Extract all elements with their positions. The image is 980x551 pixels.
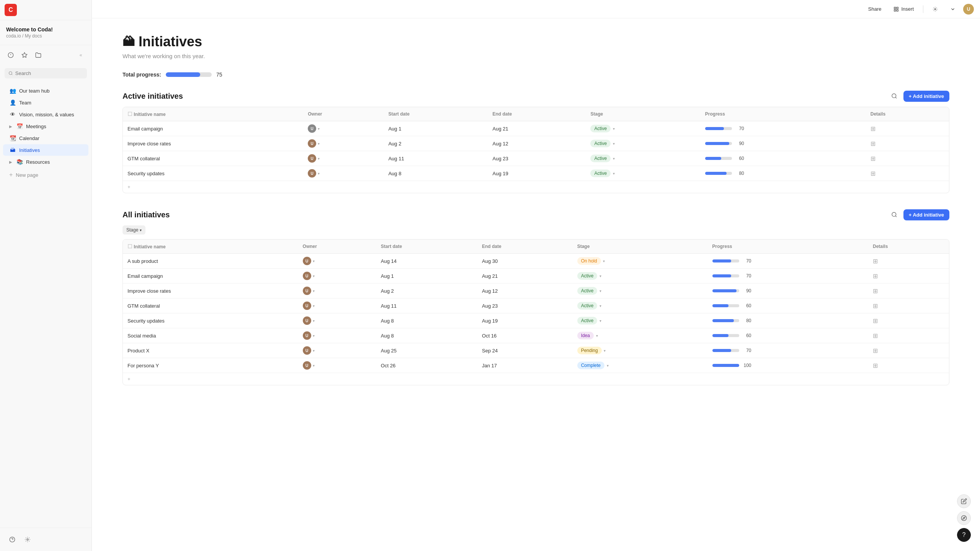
- sidebar-item-vision[interactable]: 👁 Vision, mission, & values: [3, 109, 88, 120]
- stage-cell[interactable]: Active ▾: [573, 313, 708, 328]
- stage-dropdown-arrow[interactable]: ▾: [613, 156, 615, 161]
- details-cell[interactable]: ⊞: [868, 284, 949, 298]
- owner-cell[interactable]: U ▾: [298, 328, 376, 343]
- fab-help[interactable]: ?: [957, 528, 971, 542]
- owner-dropdown-arrow[interactable]: ▾: [318, 142, 320, 146]
- user-avatar[interactable]: U: [963, 4, 974, 15]
- owner-dropdown-arrow[interactable]: ▾: [318, 156, 320, 161]
- details-cell[interactable]: ⊞: [868, 269, 949, 284]
- owner-cell[interactable]: U ▾: [303, 151, 384, 166]
- search-input[interactable]: [15, 70, 83, 76]
- stage-dropdown-arrow[interactable]: ▾: [599, 304, 601, 308]
- details-cell[interactable]: ⊞: [868, 343, 949, 358]
- stage-dropdown-arrow[interactable]: ▾: [613, 142, 615, 146]
- details-icon[interactable]: ⊞: [873, 318, 878, 324]
- details-cell[interactable]: ⊞: [868, 358, 949, 373]
- sidebar-home-icon[interactable]: [5, 49, 17, 61]
- details-cell[interactable]: ⊞: [868, 254, 949, 269]
- fab-edit[interactable]: [957, 494, 971, 508]
- owner-cell[interactable]: U ▾: [298, 313, 376, 328]
- stage-dropdown-arrow[interactable]: ▾: [607, 364, 609, 368]
- details-cell[interactable]: ⊞: [866, 151, 949, 166]
- details-icon[interactable]: ⊞: [873, 362, 878, 369]
- stage-cell[interactable]: Active ▾: [586, 121, 700, 136]
- new-page-button[interactable]: + New page: [3, 169, 88, 181]
- owner-cell[interactable]: U ▾: [298, 269, 376, 284]
- stage-cell[interactable]: Active ▾: [586, 166, 700, 181]
- search-wrap[interactable]: [5, 68, 87, 78]
- details-icon[interactable]: ⊞: [873, 347, 878, 354]
- details-icon[interactable]: ⊞: [871, 155, 875, 162]
- owner-dropdown-arrow[interactable]: ▾: [313, 349, 315, 353]
- sidebar-folder-icon[interactable]: [32, 49, 44, 61]
- details-icon[interactable]: ⊞: [871, 170, 875, 177]
- details-icon[interactable]: ⊞: [871, 140, 875, 147]
- stage-cell[interactable]: Idea ▾: [573, 328, 708, 343]
- owner-dropdown-arrow[interactable]: ▾: [313, 259, 315, 263]
- details-cell[interactable]: ⊞: [866, 121, 949, 136]
- stage-cell[interactable]: Active ▾: [586, 151, 700, 166]
- owner-cell[interactable]: U ▾: [303, 166, 384, 181]
- sidebar-settings-icon[interactable]: [21, 533, 34, 546]
- all-add-initiative-button[interactable]: + Add initiative: [903, 209, 949, 220]
- owner-dropdown-arrow[interactable]: ▾: [313, 289, 315, 293]
- stage-dropdown-arrow[interactable]: ▾: [603, 259, 605, 263]
- settings-button[interactable]: [928, 4, 942, 14]
- all-search-button[interactable]: [888, 209, 900, 221]
- owner-cell[interactable]: U ▾: [303, 121, 384, 136]
- owner-dropdown-arrow[interactable]: ▾: [318, 171, 320, 176]
- sidebar-help-icon[interactable]: [6, 533, 18, 546]
- stage-dropdown-arrow[interactable]: ▾: [613, 171, 615, 176]
- stage-cell[interactable]: Complete ▾: [573, 358, 708, 373]
- owner-dropdown-arrow[interactable]: ▾: [313, 364, 315, 368]
- owner-dropdown-arrow[interactable]: ▾: [313, 304, 315, 308]
- all-add-row[interactable]: +: [123, 373, 949, 385]
- owner-cell[interactable]: U ▾: [303, 136, 384, 151]
- stage-cell[interactable]: Active ▾: [573, 269, 708, 284]
- owner-cell[interactable]: U ▾: [298, 284, 376, 298]
- active-add-initiative-button[interactable]: + Add initiative: [903, 91, 949, 102]
- active-add-row[interactable]: +: [123, 181, 949, 193]
- details-cell[interactable]: ⊞: [868, 298, 949, 313]
- insert-button[interactable]: Insert: [889, 4, 918, 14]
- stage-dropdown-arrow[interactable]: ▾: [599, 274, 601, 278]
- sidebar-item-meetings[interactable]: ▶ 📅 Meetings: [3, 121, 88, 132]
- stage-cell[interactable]: On hold ▾: [573, 254, 708, 269]
- owner-dropdown-arrow[interactable]: ▾: [313, 274, 315, 278]
- sidebar-item-calendar[interactable]: 📆 Calendar: [3, 132, 88, 144]
- stage-filter-button[interactable]: Stage ▾: [122, 225, 145, 235]
- stage-cell[interactable]: Pending ▾: [573, 343, 708, 358]
- owner-dropdown-arrow[interactable]: ▾: [318, 127, 320, 131]
- details-cell[interactable]: ⊞: [868, 328, 949, 343]
- stage-cell[interactable]: Active ▾: [586, 136, 700, 151]
- stage-cell[interactable]: Active ▾: [573, 284, 708, 298]
- fab-compass[interactable]: [957, 511, 971, 525]
- details-icon[interactable]: ⊞: [873, 258, 878, 264]
- user-menu-button[interactable]: [946, 4, 960, 14]
- details-icon[interactable]: ⊞: [873, 288, 878, 294]
- details-icon[interactable]: ⊞: [873, 333, 878, 339]
- details-icon[interactable]: ⊞: [873, 303, 878, 309]
- sidebar-star-icon[interactable]: [18, 49, 31, 61]
- owner-cell[interactable]: U ▾: [298, 254, 376, 269]
- sidebar-collapse-icon[interactable]: «: [75, 49, 87, 61]
- details-icon[interactable]: ⊞: [871, 126, 875, 132]
- owner-cell[interactable]: U ▾: [298, 358, 376, 373]
- owner-cell[interactable]: U ▾: [298, 343, 376, 358]
- sidebar-item-resources[interactable]: ▶ 📚 Resources: [3, 156, 88, 168]
- sidebar-item-team[interactable]: 👤 Team: [3, 97, 88, 108]
- stage-dropdown-arrow[interactable]: ▾: [604, 349, 606, 353]
- active-search-button[interactable]: [888, 90, 900, 102]
- sidebar-item-our-team-hub[interactable]: 👥 Our team hub: [3, 85, 88, 96]
- stage-dropdown-arrow[interactable]: ▾: [599, 319, 601, 323]
- details-cell[interactable]: ⊞: [866, 136, 949, 151]
- details-cell[interactable]: ⊞: [868, 313, 949, 328]
- stage-cell[interactable]: Active ▾: [573, 298, 708, 313]
- sidebar-item-initiatives[interactable]: 🏔 Initiatives: [3, 144, 88, 156]
- details-icon[interactable]: ⊞: [873, 273, 878, 279]
- stage-dropdown-arrow[interactable]: ▾: [599, 289, 601, 293]
- stage-dropdown-arrow[interactable]: ▾: [613, 127, 615, 131]
- owner-dropdown-arrow[interactable]: ▾: [313, 319, 315, 323]
- details-cell[interactable]: ⊞: [866, 166, 949, 181]
- owner-cell[interactable]: U ▾: [298, 298, 376, 313]
